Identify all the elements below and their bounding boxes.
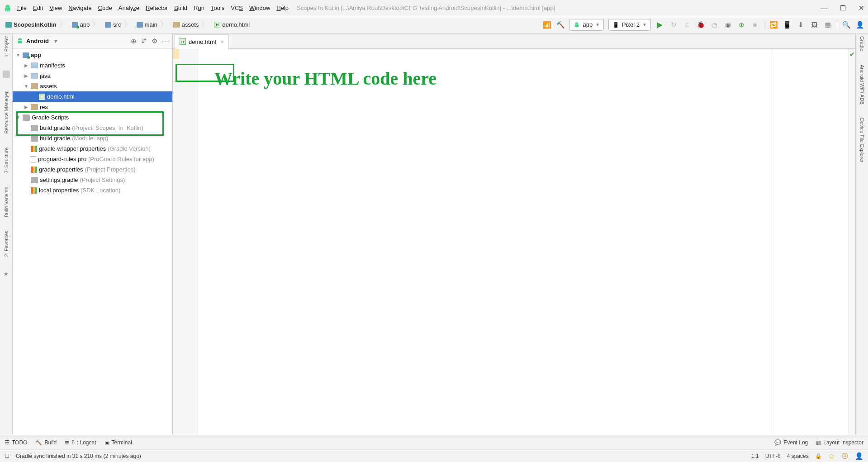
apply-code-icon[interactable]: ≡: [683, 20, 692, 29]
menu-refactor[interactable]: Refactor: [146, 5, 168, 11]
tab-demo-html[interactable]: H demo.html ×: [175, 34, 229, 49]
menu-navigate[interactable]: Navigate: [68, 5, 91, 11]
avatar-icon[interactable]: 👤: [855, 20, 864, 29]
face-sad-icon[interactable]: ☹: [841, 452, 849, 460]
settings-gear-icon[interactable]: ⚙: [152, 37, 157, 45]
hide-panel-icon[interactable]: —: [162, 37, 169, 45]
tree-node-local-properties[interactable]: local.properties (SDK Location): [13, 185, 172, 195]
device-dropdown[interactable]: 📱 Pixel 2 ▼: [608, 19, 651, 31]
collapse-icon[interactable]: ⇵: [141, 37, 147, 45]
profile-icon[interactable]: ◉: [723, 20, 732, 29]
menu-code[interactable]: Code: [98, 5, 112, 11]
tool-project-icon[interactable]: [3, 71, 10, 78]
tree-node-gradle-scripts[interactable]: ▼Gradle Scripts: [13, 112, 172, 123]
tree-node-assets[interactable]: ▼assets: [13, 81, 172, 91]
crumb-project[interactable]: ScopesInKotlin〉: [4, 20, 69, 29]
build-hammer-icon[interactable]: 🔨: [556, 20, 565, 29]
tree-node-manifests[interactable]: ▶manifests: [13, 60, 172, 71]
apply-changes-icon[interactable]: ↻: [669, 20, 678, 29]
menu-window[interactable]: Window: [249, 5, 270, 11]
crumb-src[interactable]: src〉: [103, 20, 133, 29]
debug-icon[interactable]: 🐞: [696, 20, 705, 29]
attach-debugger-icon[interactable]: ⊕: [737, 20, 746, 29]
tree-node-app[interactable]: ▼app: [13, 50, 172, 60]
editor-inspection-strip[interactable]: ✔: [848, 49, 855, 435]
editor-content[interactable]: Write your HTML code here: [198, 49, 771, 435]
resource-manager-icon[interactable]: 🖼: [810, 20, 819, 29]
tree-node-settings-gradle[interactable]: settings.gradle (Project Settings): [13, 175, 172, 185]
tool-project[interactable]: 1: Project: [4, 36, 9, 57]
search-everywhere-icon[interactable]: 🔍: [842, 20, 851, 29]
lock-icon[interactable]: 🔒: [815, 453, 822, 459]
menu-analyze[interactable]: Analyze: [119, 5, 139, 11]
layout-validation-icon[interactable]: ▦: [823, 20, 832, 29]
status-encoding[interactable]: UTF-8: [765, 453, 781, 459]
menu-vcs[interactable]: VCS: [231, 5, 243, 11]
editor-area: H demo.html × Write your HTML code here …: [173, 33, 855, 435]
right-tool-gutter: Gradle Android WiFi ADB Device File Expl…: [855, 33, 868, 435]
crumb-main[interactable]: main〉: [135, 20, 170, 29]
menu-build[interactable]: Build: [174, 5, 187, 11]
tool-todo[interactable]: ☰ TODO: [5, 439, 27, 446]
editor-gutter[interactable]: [173, 49, 198, 435]
close-window-button[interactable]: ✕: [859, 4, 864, 12]
tool-terminal[interactable]: ▣ Terminal: [104, 439, 132, 446]
tool-wifi-adb[interactable]: Android WiFi ADB: [859, 65, 865, 105]
tool-gradle[interactable]: Gradle: [859, 36, 865, 51]
locate-icon[interactable]: ⊕: [131, 37, 137, 45]
stop-icon[interactable]: ■: [750, 20, 759, 29]
close-tab-icon[interactable]: ×: [221, 38, 224, 45]
star-icon[interactable]: ★: [3, 270, 9, 277]
status-position[interactable]: 1:1: [751, 453, 759, 459]
face-neutral-icon[interactable]: 👤: [855, 452, 863, 460]
editor-placeholder-text: Write your HTML code here: [214, 67, 758, 90]
crumb-file[interactable]: Hdemo.html: [212, 21, 251, 28]
editor-tabs: H demo.html ×: [173, 33, 855, 49]
left-tool-gutter: 1: Project Resource Manager 7: Structure…: [0, 33, 13, 435]
face-happy-icon[interactable]: ☺: [828, 452, 835, 460]
tool-build-variants[interactable]: Build Variants: [4, 187, 9, 217]
minimize-button[interactable]: —: [821, 4, 827, 12]
maximize-button[interactable]: ☐: [840, 4, 846, 12]
window-controls: — ☐ ✕: [821, 4, 864, 12]
project-view-selector[interactable]: Android▼: [16, 38, 58, 45]
tool-build[interactable]: 🔨 Build: [35, 439, 57, 446]
tree-node-gradle-properties[interactable]: gradle.properties (Project Properties): [13, 164, 172, 175]
sync-project-icon[interactable]: 🔁: [769, 20, 778, 29]
menu-view[interactable]: View: [49, 5, 62, 11]
tree-node-build-gradle-project[interactable]: build.gradle (Project: Scopes_In_Kotlin): [13, 123, 172, 133]
menu-tools[interactable]: Tools: [211, 5, 224, 11]
sdk-manager-icon[interactable]: ⬇: [796, 20, 805, 29]
menu-file[interactable]: File: [17, 5, 27, 11]
tree-node-build-gradle-app[interactable]: build.gradle (Module: app): [13, 133, 172, 143]
tool-logcat[interactable]: ≣ 6: Logcat: [65, 439, 96, 446]
tree-node-proguard[interactable]: proguard-rules.pro (ProGuard Rules for a…: [13, 154, 172, 164]
tool-structure[interactable]: 7: Structure: [4, 148, 9, 173]
tree-node-gradle-wrapper[interactable]: gradle-wrapper.properties (Gradle Versio…: [13, 143, 172, 154]
status-message: Gradle sync finished in 31 s 210 ms (2 m…: [16, 453, 141, 459]
status-box-icon[interactable]: ☐: [5, 453, 9, 459]
tool-event-log[interactable]: 💬 Event Log: [774, 439, 808, 446]
menu-bar: File Edit View Navigate Code Analyze Ref…: [17, 5, 289, 11]
menu-run[interactable]: Run: [194, 5, 204, 11]
tool-layout-inspector[interactable]: ▦ Layout Inspector: [816, 439, 863, 446]
tool-resource-manager[interactable]: Resource Manager: [4, 91, 9, 134]
crumb-app[interactable]: app〉: [70, 20, 103, 29]
project-tree[interactable]: ▼app ▶manifests ▶java ▼assets Hdemo.html…: [13, 49, 172, 435]
device-ready-icon[interactable]: 📶: [542, 20, 551, 29]
tree-node-demo-html[interactable]: Hdemo.html: [13, 91, 172, 102]
status-indent[interactable]: 4 spaces: [787, 453, 809, 459]
menu-help[interactable]: Help: [276, 5, 289, 11]
main-area: 1: Project Resource Manager 7: Structure…: [0, 33, 868, 435]
run-config-dropdown[interactable]: app ▼: [569, 19, 604, 31]
status-bar: ☐ Gradle sync finished in 31 s 210 ms (2…: [0, 449, 868, 462]
menu-edit[interactable]: Edit: [33, 5, 43, 11]
tool-favorites[interactable]: 2: Favorites: [4, 231, 9, 257]
run-button[interactable]: ▶: [655, 20, 664, 29]
tree-node-res[interactable]: ▶res: [13, 102, 172, 112]
avd-manager-icon[interactable]: 📱: [783, 20, 792, 29]
tool-device-explorer[interactable]: Device File Explorer: [859, 118, 865, 162]
tree-node-java[interactable]: ▶java: [13, 71, 172, 81]
crumb-assets[interactable]: assets〉: [171, 20, 212, 29]
coverage-icon[interactable]: ◔: [710, 20, 719, 29]
